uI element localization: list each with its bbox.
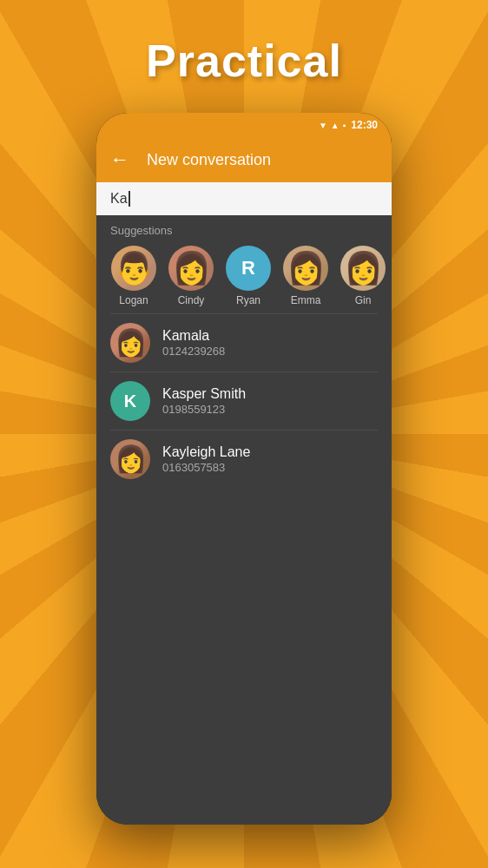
app-header: ← New conversation: [96, 137, 392, 182]
status-icons: ▼ ▲ ▪: [319, 121, 346, 130]
contact-phone-kayleigh: 0163057583: [162, 461, 378, 474]
avatar-logan: [111, 246, 156, 291]
back-button[interactable]: ←: [110, 148, 129, 171]
phone-frame: ▼ ▲ ▪ 12:30 ← New conversation Ka Sugges…: [96, 113, 392, 825]
search-bar: Ka: [96, 182, 392, 215]
contact-name-kayleigh: Kayleigh Lane: [162, 444, 378, 460]
suggestion-name-emma: Emma: [291, 294, 321, 306]
app-content: Ka Suggestions Logan Cindy R Ryan Emma: [96, 182, 392, 825]
contact-kamala[interactable]: Kamala 0124239268: [96, 314, 392, 372]
suggestion-gin[interactable]: Gin: [334, 246, 392, 306]
status-time: 12:30: [351, 119, 378, 131]
avatar-kamala-list: [110, 323, 150, 363]
contact-list: Kamala 0124239268 K Kasper Smith 0198559…: [96, 314, 392, 488]
suggestion-name-gin: Gin: [355, 294, 372, 306]
avatar-ryan: R: [226, 246, 271, 291]
avatar-kayleigh-list: [110, 439, 150, 479]
avatar-kasper-list: K: [110, 381, 150, 421]
search-value: Ka: [110, 191, 128, 207]
suggestion-logan[interactable]: Logan: [105, 246, 162, 306]
page-title: Practical: [0, 35, 488, 87]
suggestion-name-ryan: Ryan: [236, 294, 260, 306]
avatar-cindy: [168, 246, 214, 291]
header-title: New conversation: [147, 151, 271, 169]
contact-phone-kasper: 0198559123: [162, 403, 378, 416]
contact-info-kamala: Kamala 0124239268: [162, 328, 378, 358]
contact-name-kamala: Kamala: [162, 328, 378, 344]
contact-name-kasper: Kasper Smith: [162, 386, 378, 402]
suggestion-cindy[interactable]: Cindy: [162, 246, 220, 306]
status-bar: ▼ ▲ ▪ 12:30: [96, 113, 392, 137]
signal-icon: ▼: [319, 121, 327, 130]
suggestions-row: Logan Cindy R Ryan Emma Gin: [96, 242, 392, 313]
avatar-gin: [340, 246, 386, 291]
suggestion-name-logan: Logan: [119, 294, 148, 306]
contact-info-kayleigh: Kayleigh Lane 0163057583: [162, 444, 378, 474]
cursor: [129, 191, 130, 207]
suggestion-emma[interactable]: Emma: [277, 246, 334, 306]
suggestion-ryan[interactable]: R Ryan: [220, 246, 277, 306]
battery-icon: ▪: [343, 121, 346, 130]
avatar-emma: [283, 246, 328, 291]
contact-kasper[interactable]: K Kasper Smith 0198559123: [96, 372, 392, 430]
suggestions-label: Suggestions: [96, 215, 392, 242]
suggestion-name-cindy: Cindy: [178, 294, 205, 306]
network-icon: ▲: [331, 121, 340, 130]
contact-kayleigh[interactable]: Kayleigh Lane 0163057583: [96, 431, 392, 488]
contact-phone-kamala: 0124239268: [162, 345, 378, 358]
contact-info-kasper: Kasper Smith 0198559123: [162, 386, 378, 416]
